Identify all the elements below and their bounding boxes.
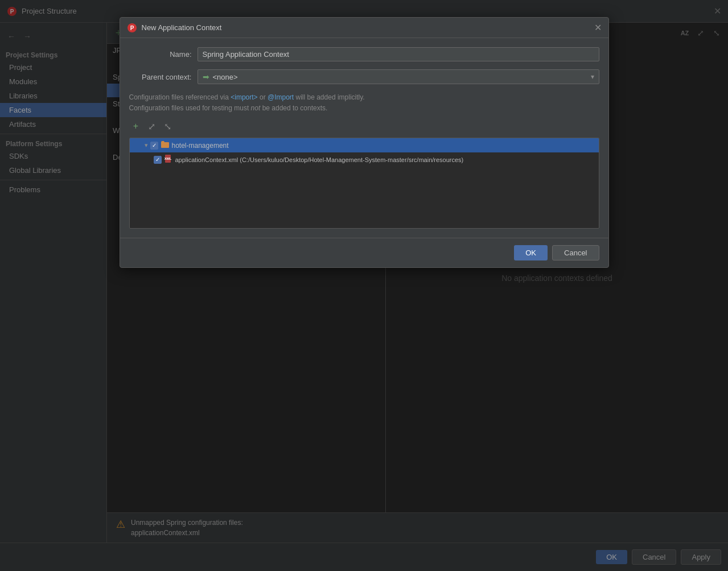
filetree-add-icon: + xyxy=(133,121,138,131)
name-input[interactable] xyxy=(198,47,599,61)
hotel-management-label: hotel-management xyxy=(172,142,229,150)
parent-context-dropdown[interactable]: ➡ <none> ▾ xyxy=(198,69,599,84)
filetree-toolbar: + ⤢ ⤡ xyxy=(129,119,599,133)
dropdown-left: ➡ <none> xyxy=(203,72,238,81)
svg-text:P: P xyxy=(130,25,134,31)
at-import-link: @Import xyxy=(268,93,294,101)
filetree-expand-icon: ⤢ xyxy=(148,121,155,132)
dialog-close-button[interactable]: ✕ xyxy=(594,22,602,33)
svg-text:XML: XML xyxy=(164,157,171,160)
xml-file-icon: XML xyxy=(164,154,173,165)
import-link: <import> xyxy=(231,93,257,101)
info-text: Configuration files referenced via <impo… xyxy=(129,92,599,119)
hotel-management-checkbox[interactable]: ✓ xyxy=(150,142,158,150)
filetree-add-button[interactable]: + xyxy=(129,119,143,133)
new-app-context-dialog: P New Application Context ✕ Name: Parent… xyxy=(120,17,609,268)
app-context-label: applicationContext.xml (C:/Users/kuluo/D… xyxy=(175,156,464,163)
app-context-checkbox[interactable]: ✓ xyxy=(154,156,162,164)
arrow-right-icon: ➡ xyxy=(203,72,209,81)
filetree-row-app-context[interactable]: ✓ XML applicationContext.xml (C:/Users/k… xyxy=(130,152,599,167)
folder-icon xyxy=(161,140,170,151)
parent-context-row: Parent context: ➡ <none> ▾ xyxy=(129,69,599,84)
parent-context-label: Parent context: xyxy=(129,73,198,81)
filetree-collapse-icon: ⤡ xyxy=(164,121,171,132)
dialog-footer: OK Cancel xyxy=(120,238,608,267)
filetree-row-hotel-management[interactable]: ▾ ✓ hotel-management xyxy=(130,138,599,152)
name-label: Name: xyxy=(129,50,198,59)
dialog-title: New Application Context xyxy=(142,23,222,32)
filetree: ▾ ✓ hotel-management ✓ xyxy=(129,138,599,229)
dialog-title-left: P New Application Context xyxy=(127,23,222,33)
dialog-ok-button[interactable]: OK xyxy=(514,245,548,260)
modal-overlay: P New Application Context ✕ Name: Parent… xyxy=(0,0,728,571)
dialog-cancel-button[interactable]: Cancel xyxy=(552,245,599,260)
dialog-icon: P xyxy=(127,23,137,33)
filetree-expand-button[interactable]: ⤢ xyxy=(145,119,159,133)
dialog-title-bar: P New Application Context ✕ xyxy=(120,18,608,38)
chevron-down-icon: ▾ xyxy=(591,73,594,81)
chevron-right-icon: ▾ xyxy=(145,142,148,149)
parent-context-value: <none> xyxy=(213,73,238,81)
filetree-collapse-button[interactable]: ⤡ xyxy=(161,119,175,133)
name-field-row: Name: xyxy=(129,47,599,61)
dialog-body: Name: Parent context: ➡ <none> ▾ Configu… xyxy=(120,38,608,238)
